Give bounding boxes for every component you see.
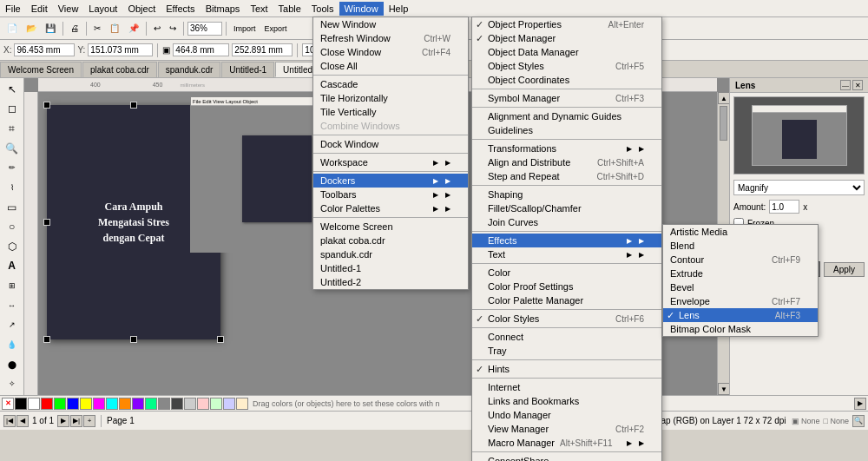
docker-connect[interactable]: Connect <box>472 330 661 344</box>
connector-tool[interactable]: ↗ <box>3 316 22 335</box>
effect-artistic-media[interactable]: Artistic Media <box>663 225 818 239</box>
effect-bevel[interactable]: Bevel <box>663 280 818 294</box>
palette-swatch-black[interactable] <box>15 398 27 410</box>
menu-bitmaps[interactable]: Bitmaps <box>201 2 246 16</box>
zoom-status-btn[interactable]: 🔍 <box>852 415 865 427</box>
text-tool[interactable]: A <box>3 257 22 276</box>
tab-untitled1[interactable]: Untitled-1 <box>221 62 274 77</box>
docker-color[interactable]: Color <box>472 266 661 280</box>
menu-table[interactable]: Table <box>273 2 306 16</box>
menu-layout[interactable]: Layout <box>83 2 122 16</box>
window-close-all[interactable]: Close All <box>313 59 468 73</box>
window-dock[interactable]: Dock Window <box>313 137 468 151</box>
palette-swatch-lightgreen[interactable] <box>210 398 222 410</box>
window-new-window[interactable]: New Window <box>313 17 468 31</box>
docker-internet[interactable]: Internet <box>472 380 661 394</box>
palette-swatch-lime[interactable] <box>145 398 157 410</box>
palette-swatch-lavender[interactable] <box>223 398 235 410</box>
menu-view[interactable]: View <box>53 2 84 16</box>
menu-tools[interactable]: Tools <box>306 2 339 16</box>
shape-tool[interactable]: ◻ <box>3 100 22 119</box>
palette-swatch-cream[interactable] <box>236 398 248 410</box>
amount-input[interactable]: 1.0 <box>769 200 799 214</box>
docker-obj-props[interactable]: ✓Object PropertiesAlt+Enter <box>472 17 661 31</box>
docker-fillet[interactable]: Fillet/Scallop/Chamfer <box>472 201 661 215</box>
window-color-palettes[interactable]: Color Palettes▶ <box>313 201 468 215</box>
palette-swatch-green[interactable] <box>54 398 66 410</box>
effect-contour[interactable]: ContourCtrl+F9 <box>663 253 818 267</box>
menu-help[interactable]: Help <box>384 2 414 16</box>
last-page-btn[interactable]: ▶| <box>70 415 82 427</box>
docker-effects[interactable]: Effects▶ <box>472 234 661 247</box>
docker-links[interactable]: Links and Bookmarks <box>472 394 661 408</box>
window-dockers[interactable]: Dockers▶ <box>313 174 468 188</box>
palette-swatch-yellow[interactable] <box>80 398 92 410</box>
effect-envelope[interactable]: EnvelopeCtrl+F7 <box>663 294 818 308</box>
window-workspace[interactable]: Workspace▶ <box>313 155 468 169</box>
export-button[interactable]: Export <box>261 23 291 35</box>
menu-file[interactable]: File <box>0 2 26 16</box>
docker-hints[interactable]: ✓Hints <box>472 362 661 376</box>
effect-bitmap-color-mask[interactable]: Bitmap Color Mask <box>663 322 818 336</box>
tab-plakat[interactable]: plakat coba.cdr <box>82 62 157 77</box>
y-input[interactable]: 151.073 mm <box>88 43 153 56</box>
window-untitled1[interactable]: Untitled-1 <box>313 261 468 275</box>
palette-swatch-orange[interactable] <box>119 398 131 410</box>
freehand-tool[interactable]: ✏ <box>3 159 22 178</box>
palette-swatch-blue[interactable] <box>67 398 79 410</box>
docker-text[interactable]: Text▶ <box>472 247 661 261</box>
window-tile-v[interactable]: Tile Vertically <box>313 105 468 119</box>
interactive-tool[interactable]: ✧ <box>3 374 22 393</box>
no-color-swatch[interactable]: ✕ <box>2 398 14 410</box>
window-refresh[interactable]: Refresh WindowCtrl+W <box>313 31 468 45</box>
docker-color-styles[interactable]: ✓Color StylesCtrl+F6 <box>472 312 661 326</box>
window-close-window[interactable]: Close WindowCtrl+F4 <box>313 45 468 59</box>
height-input[interactable]: 252.891 mm <box>232 43 293 56</box>
docker-color-palette-mgr[interactable]: Color Palette Manager <box>472 293 661 307</box>
prev-page-btn[interactable]: ◀ <box>16 415 29 427</box>
redo-button[interactable]: ↪ <box>166 22 180 35</box>
docker-view-mgr[interactable]: View ManagerCtrl+F2 <box>472 422 661 436</box>
import-button[interactable]: Import <box>230 23 260 35</box>
ellipse-tool[interactable]: ○ <box>3 217 22 236</box>
docker-transformations[interactable]: Transformations▶ <box>472 142 661 155</box>
first-page-btn[interactable]: |◀ <box>3 415 16 427</box>
window-untitled2[interactable]: Untitled-2 <box>313 275 468 289</box>
effect-extrude[interactable]: Extrude <box>663 267 818 280</box>
docker-color-proof[interactable]: Color Proof Settings <box>472 280 661 293</box>
tab-welcome[interactable]: Welcome Screen <box>0 62 82 77</box>
palette-scroll-btn[interactable]: ▶ <box>854 398 866 410</box>
docker-tray[interactable]: Tray <box>472 344 661 358</box>
smart-draw-tool[interactable]: ⌇ <box>3 178 22 197</box>
menu-object[interactable]: Object <box>122 2 161 16</box>
window-spanduk[interactable]: spanduk.cdr <box>313 247 468 261</box>
effect-blend[interactable]: Blend <box>663 239 818 253</box>
scroll-down-btn[interactable]: ▼ <box>718 383 729 395</box>
add-page-btn[interactable]: + <box>83 415 95 427</box>
scroll-thumb[interactable] <box>720 106 727 141</box>
polygon-tool[interactable]: ⬡ <box>3 237 22 256</box>
zoom-input[interactable]: 36% <box>187 22 222 36</box>
docker-obj-data[interactable]: Object Data Manager <box>472 45 661 59</box>
docker-shaping[interactable]: Shaping <box>472 188 661 201</box>
palette-swatch-gray[interactable] <box>158 398 170 410</box>
menu-edit[interactable]: Edit <box>26 2 53 16</box>
menu-text[interactable]: Text <box>245 2 273 16</box>
palette-swatch-darkgray[interactable] <box>171 398 183 410</box>
window-toolbars[interactable]: Toolbars▶ <box>313 188 468 201</box>
effect-lens[interactable]: ✓LensAlt+F3 <box>663 308 818 322</box>
scroll-up-btn[interactable]: ▲ <box>718 92 729 104</box>
eyedropper-tool[interactable]: 💧 <box>3 335 22 354</box>
select-tool[interactable]: ↖ <box>3 80 22 99</box>
width-input[interactable]: 464.8 mm <box>173 43 229 56</box>
palette-swatch-white[interactable] <box>28 398 40 410</box>
palette-swatch-cyan[interactable] <box>106 398 118 410</box>
docker-guidelines[interactable]: Guidelines <box>472 123 661 137</box>
paste-button[interactable]: 📌 <box>125 22 142 35</box>
palette-swatch-pink[interactable] <box>197 398 209 410</box>
docker-undo-mgr[interactable]: Undo Manager <box>472 408 661 422</box>
apply-button[interactable]: Apply <box>824 262 865 277</box>
palette-swatch-magenta[interactable] <box>93 398 105 410</box>
panel-close-btn[interactable]: ✕ <box>852 80 863 90</box>
x-input[interactable]: 96.453 mm <box>14 43 75 56</box>
